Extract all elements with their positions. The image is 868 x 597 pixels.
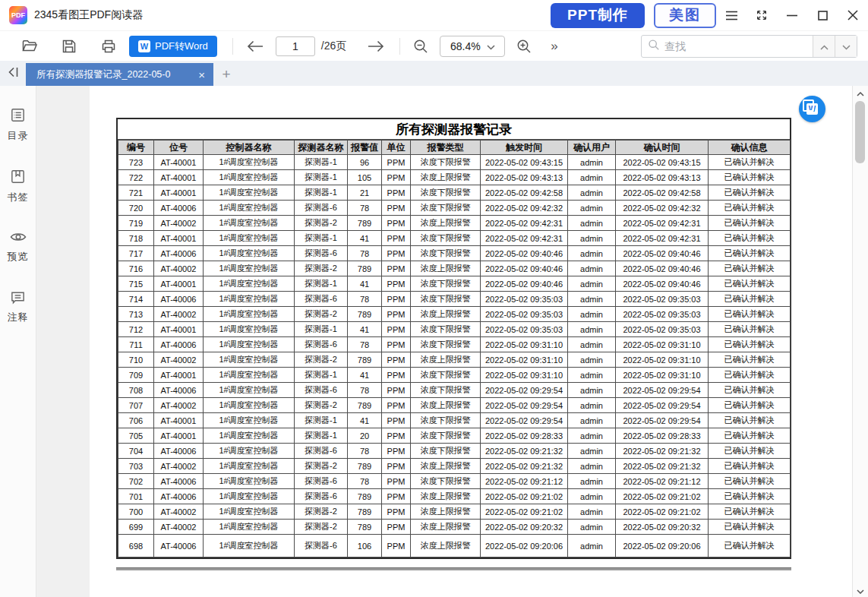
open-file-button[interactable] — [20, 36, 39, 56]
sidebar-item-annotations[interactable]: 注释 — [8, 289, 29, 324]
sidebar-item-bookmarks[interactable]: 书签 — [8, 168, 29, 204]
meitu-button[interactable]: 美图 — [654, 3, 716, 28]
table-cell: 浓度上限报警 — [411, 170, 481, 185]
more-tools-button[interactable]: » — [548, 39, 560, 54]
table-cell: 探测器-1 — [295, 413, 348, 428]
table-row: 717AT-400061#调度室控制器探测器-678PPM浓度下限报警2022-… — [118, 246, 791, 261]
collapsed-panel-strip — [36, 86, 90, 597]
table-cell: 2022-05-02 09:35:03 — [481, 292, 568, 307]
search-box — [641, 35, 857, 58]
table-cell: 1#调度室控制器 — [204, 428, 295, 444]
table-cell: admin — [568, 428, 616, 444]
table-cell: 2022-05-02 09:35:03 — [481, 307, 568, 322]
maximize-button[interactable] — [807, 0, 838, 30]
chevron-down-icon — [487, 40, 495, 52]
table-cell: 2022-05-02 09:42:31 — [481, 216, 568, 231]
table-cell: 浓度上限报警 — [411, 504, 481, 520]
table-cell: 已确认并解决 — [709, 337, 791, 352]
column-header: 报警值 — [348, 141, 382, 155]
table-cell: PPM — [382, 307, 411, 322]
table-cell: 105 — [348, 170, 382, 185]
table-cell: admin — [568, 352, 616, 368]
page-total-label: /26页 — [321, 39, 346, 53]
table-cell: 浓度下限报警 — [411, 322, 481, 337]
sidebar-item-preview[interactable]: 预览 — [8, 229, 29, 264]
next-page-button[interactable] — [366, 36, 386, 56]
table-cell: 2022-05-02 09:21:12 — [481, 474, 568, 489]
table-cell: AT-40001 — [154, 322, 204, 337]
table-cell: AT-40001 — [154, 231, 204, 246]
table-cell: 1#调度室控制器 — [204, 231, 295, 246]
zoom-out-button[interactable] — [411, 36, 431, 56]
table-cell: 已确认并解决 — [709, 474, 791, 489]
table-cell: 1#调度室控制器 — [204, 444, 295, 459]
sidebar-item-label: 书签 — [8, 191, 29, 204]
table-cell: 浓度上限报警 — [411, 489, 481, 504]
table-cell: admin — [568, 322, 616, 337]
table-cell: AT-40006 — [154, 489, 204, 504]
table-cell: admin — [568, 444, 616, 459]
table-cell: 698 — [118, 535, 154, 558]
fullscreen-button[interactable] — [746, 0, 777, 30]
scrollbar-thumb[interactable] — [855, 101, 865, 163]
table-cell: 2022-05-02 09:21:02 — [616, 489, 709, 504]
word-convert-float-button[interactable]: W — [799, 96, 825, 122]
toolbar-separator — [232, 38, 233, 55]
ppt-create-button[interactable]: PPT制作 — [551, 3, 645, 28]
maximize-icon — [818, 11, 828, 21]
table-cell: 2022-05-02 09:21:02 — [481, 504, 568, 520]
column-header: 确认信息 — [709, 141, 791, 155]
table-cell: admin — [568, 459, 616, 474]
table-row: 719AT-400021#调度室控制器探测器-2789PPM浓度上限报警2022… — [118, 216, 791, 231]
table-cell: 789 — [348, 459, 382, 474]
table-cell: 1#调度室控制器 — [204, 489, 295, 504]
table-cell: 722 — [118, 170, 154, 185]
print-button[interactable] — [99, 36, 118, 56]
prev-page-icon — [246, 39, 264, 53]
table-cell: 2022-05-02 09:40:46 — [616, 276, 709, 292]
minimize-button[interactable] — [777, 0, 807, 30]
pdf-to-word-button[interactable]: W PDF转Word — [129, 36, 217, 57]
previous-page-button[interactable] — [245, 36, 265, 56]
collapse-panel-button[interactable] — [0, 61, 26, 86]
page-number-input[interactable] — [276, 36, 315, 56]
table-row: 712AT-400011#调度室控制器探测器-141PPM浓度下限报警2022-… — [118, 322, 791, 337]
zoom-in-button[interactable] — [514, 36, 534, 56]
find-previous-button[interactable] — [813, 36, 835, 57]
table-cell: 探测器-6 — [295, 474, 348, 489]
column-header: 确认用户 — [568, 141, 616, 155]
scroll-down-button[interactable] — [853, 583, 868, 597]
table-row: 699AT-400021#调度室控制器探测器-2789PPM浓度上限报警2022… — [118, 520, 791, 535]
tab-alarm-records[interactable]: 所有探测器报警记录_2022-05-0 × — [26, 63, 213, 86]
table-cell: AT-40002 — [154, 261, 204, 276]
table-cell: 2022-05-02 09:20:32 — [616, 520, 709, 535]
sidebar-item-toc[interactable]: 目录 — [8, 106, 29, 143]
menu-button[interactable] — [716, 0, 746, 30]
close-button[interactable] — [838, 0, 868, 30]
vertical-scrollbar[interactable] — [852, 86, 868, 597]
table-cell: 2022-05-02 09:21:32 — [616, 444, 709, 459]
table-cell: PPM — [382, 504, 411, 520]
table-cell: 716 — [118, 261, 154, 276]
table-cell: 探测器-6 — [295, 337, 348, 352]
table-cell: 探测器-6 — [295, 489, 348, 504]
tab-close-icon[interactable]: × — [196, 69, 207, 81]
table-cell: 1#调度室控制器 — [204, 504, 295, 520]
save-button[interactable] — [59, 36, 79, 56]
new-tab-button[interactable]: + — [213, 63, 239, 86]
table-cell: 已确认并解决 — [709, 322, 791, 337]
table-cell: 717 — [118, 246, 154, 261]
table-cell: 探测器-1 — [295, 155, 348, 170]
table-cell: 1#调度室控制器 — [204, 155, 295, 170]
find-next-button[interactable] — [835, 36, 857, 57]
search-input[interactable] — [664, 40, 813, 52]
scroll-up-button[interactable] — [853, 86, 868, 100]
toc-icon — [9, 106, 27, 124]
table-cell: 2022-05-02 09:42:31 — [481, 231, 568, 246]
table-cell: 2022-05-02 09:40:46 — [616, 261, 709, 276]
table-cell: admin — [568, 201, 616, 216]
table-row: 707AT-400021#调度室控制器探测器-2789PPM浓度上限报警2022… — [118, 398, 791, 413]
table-cell: 1#调度室控制器 — [204, 216, 295, 231]
zoom-level-select[interactable]: 68.4% — [440, 36, 505, 57]
table-cell: 2022-05-02 09:42:58 — [616, 185, 709, 201]
